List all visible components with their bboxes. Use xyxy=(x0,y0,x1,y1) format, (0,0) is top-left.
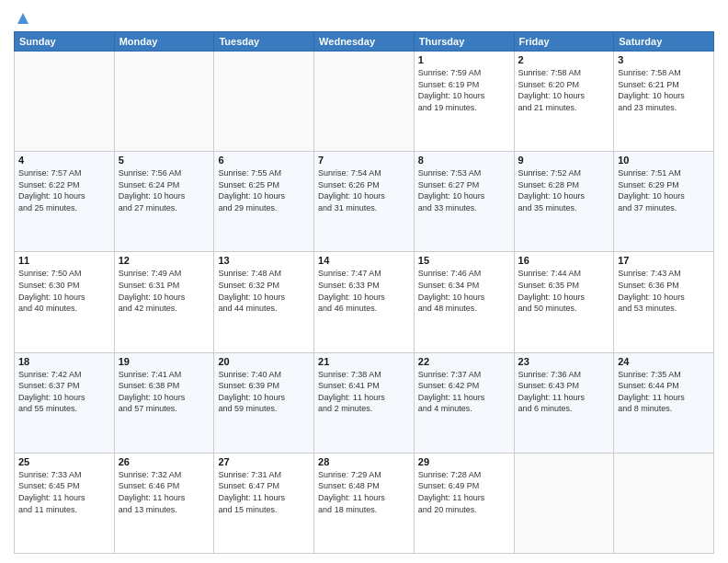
day-content: Sunrise: 7:54 AMSunset: 6:26 PMDaylight:… xyxy=(318,167,410,213)
day-content: Sunrise: 7:28 AMSunset: 6:49 PMDaylight:… xyxy=(418,469,510,515)
table-row: 3Sunrise: 7:58 AMSunset: 6:21 PMDaylight… xyxy=(614,52,714,152)
day-content: Sunrise: 7:48 AMSunset: 6:32 PMDaylight:… xyxy=(218,268,310,314)
col-sunday: Sunday xyxy=(15,32,115,52)
table-row: 29Sunrise: 7:28 AMSunset: 6:49 PMDayligh… xyxy=(414,453,514,553)
table-row: 19Sunrise: 7:41 AMSunset: 6:38 PMDayligh… xyxy=(114,352,214,453)
day-number: 4 xyxy=(18,155,110,166)
col-saturday: Saturday xyxy=(614,32,714,52)
table-row: 18Sunrise: 7:42 AMSunset: 6:37 PMDayligh… xyxy=(15,352,115,453)
day-content: Sunrise: 7:58 AMSunset: 6:20 PMDaylight:… xyxy=(518,67,610,113)
table-row xyxy=(114,52,214,152)
day-number: 19 xyxy=(119,356,210,367)
table-row: 15Sunrise: 7:46 AMSunset: 6:34 PMDayligh… xyxy=(414,252,514,352)
logo-icon xyxy=(16,11,30,26)
day-number: 17 xyxy=(618,255,710,266)
calendar-week-row: 11Sunrise: 7:50 AMSunset: 6:30 PMDayligh… xyxy=(15,252,714,352)
table-row: 11Sunrise: 7:50 AMSunset: 6:30 PMDayligh… xyxy=(15,252,115,352)
day-number: 25 xyxy=(18,456,110,467)
day-number: 29 xyxy=(418,456,510,467)
table-row: 28Sunrise: 7:29 AMSunset: 6:48 PMDayligh… xyxy=(314,453,415,553)
day-content: Sunrise: 7:57 AMSunset: 6:22 PMDaylight:… xyxy=(18,167,110,213)
day-content: Sunrise: 7:56 AMSunset: 6:24 PMDaylight:… xyxy=(119,167,210,213)
table-row xyxy=(314,52,415,152)
calendar-week-row: 25Sunrise: 7:33 AMSunset: 6:45 PMDayligh… xyxy=(15,453,714,553)
table-row: 24Sunrise: 7:35 AMSunset: 6:44 PMDayligh… xyxy=(614,352,714,453)
day-content: Sunrise: 7:31 AMSunset: 6:47 PMDaylight:… xyxy=(218,469,310,515)
day-content: Sunrise: 7:46 AMSunset: 6:34 PMDaylight:… xyxy=(418,268,510,314)
table-row: 1Sunrise: 7:59 AMSunset: 6:19 PMDaylight… xyxy=(414,52,514,152)
table-row xyxy=(614,453,714,553)
day-number: 5 xyxy=(119,155,210,166)
table-row xyxy=(15,52,115,152)
day-number: 11 xyxy=(18,255,110,266)
col-friday: Friday xyxy=(514,32,614,52)
day-number: 12 xyxy=(119,255,210,266)
day-content: Sunrise: 7:47 AMSunset: 6:33 PMDaylight:… xyxy=(318,268,410,314)
day-content: Sunrise: 7:37 AMSunset: 6:42 PMDaylight:… xyxy=(418,369,510,415)
table-row: 10Sunrise: 7:51 AMSunset: 6:29 PMDayligh… xyxy=(614,152,714,252)
day-content: Sunrise: 7:59 AMSunset: 6:19 PMDaylight:… xyxy=(418,67,510,113)
day-content: Sunrise: 7:38 AMSunset: 6:41 PMDaylight:… xyxy=(318,369,410,415)
table-row: 12Sunrise: 7:49 AMSunset: 6:31 PMDayligh… xyxy=(114,252,214,352)
svg-marker-0 xyxy=(17,13,28,24)
day-content: Sunrise: 7:51 AMSunset: 6:29 PMDaylight:… xyxy=(618,167,710,213)
day-number: 15 xyxy=(418,255,510,266)
day-content: Sunrise: 7:52 AMSunset: 6:28 PMDaylight:… xyxy=(518,167,610,213)
day-number: 27 xyxy=(218,456,310,467)
day-content: Sunrise: 7:43 AMSunset: 6:36 PMDaylight:… xyxy=(618,268,710,314)
table-row: 16Sunrise: 7:44 AMSunset: 6:35 PMDayligh… xyxy=(514,252,614,352)
day-number: 21 xyxy=(318,356,410,367)
day-number: 28 xyxy=(318,456,410,467)
day-content: Sunrise: 7:36 AMSunset: 6:43 PMDaylight:… xyxy=(518,369,610,415)
col-monday: Monday xyxy=(114,32,214,52)
day-content: Sunrise: 7:53 AMSunset: 6:27 PMDaylight:… xyxy=(418,167,510,213)
day-number: 24 xyxy=(618,356,710,367)
day-number: 23 xyxy=(518,356,610,367)
day-number: 20 xyxy=(218,356,310,367)
day-content: Sunrise: 7:29 AMSunset: 6:48 PMDaylight:… xyxy=(318,469,410,515)
table-row: 8Sunrise: 7:53 AMSunset: 6:27 PMDaylight… xyxy=(414,152,514,252)
day-number: 10 xyxy=(618,155,710,166)
day-content: Sunrise: 7:49 AMSunset: 6:31 PMDaylight:… xyxy=(119,268,210,314)
table-row: 13Sunrise: 7:48 AMSunset: 6:32 PMDayligh… xyxy=(214,252,314,352)
day-number: 22 xyxy=(418,356,510,367)
day-number: 8 xyxy=(418,155,510,166)
day-number: 18 xyxy=(18,356,110,367)
table-row: 7Sunrise: 7:54 AMSunset: 6:26 PMDaylight… xyxy=(314,152,415,252)
table-row: 23Sunrise: 7:36 AMSunset: 6:43 PMDayligh… xyxy=(514,352,614,453)
table-row: 22Sunrise: 7:37 AMSunset: 6:42 PMDayligh… xyxy=(414,352,514,453)
day-number: 13 xyxy=(218,255,310,266)
table-row: 26Sunrise: 7:32 AMSunset: 6:46 PMDayligh… xyxy=(114,453,214,553)
calendar-header-row: Sunday Monday Tuesday Wednesday Thursday… xyxy=(15,32,714,52)
day-content: Sunrise: 7:41 AMSunset: 6:38 PMDaylight:… xyxy=(119,369,210,415)
day-content: Sunrise: 7:40 AMSunset: 6:39 PMDaylight:… xyxy=(218,369,310,415)
day-number: 14 xyxy=(318,255,410,266)
day-content: Sunrise: 7:35 AMSunset: 6:44 PMDaylight:… xyxy=(618,369,710,415)
col-wednesday: Wednesday xyxy=(314,32,415,52)
calendar-week-row: 18Sunrise: 7:42 AMSunset: 6:37 PMDayligh… xyxy=(15,352,714,453)
day-content: Sunrise: 7:55 AMSunset: 6:25 PMDaylight:… xyxy=(218,167,310,213)
table-row: 27Sunrise: 7:31 AMSunset: 6:47 PMDayligh… xyxy=(214,453,314,553)
header xyxy=(14,9,714,24)
day-content: Sunrise: 7:32 AMSunset: 6:46 PMDaylight:… xyxy=(119,469,210,515)
day-number: 7 xyxy=(318,155,410,166)
day-number: 16 xyxy=(518,255,610,266)
table-row xyxy=(514,453,614,553)
table-row: 4Sunrise: 7:57 AMSunset: 6:22 PMDaylight… xyxy=(15,152,115,252)
table-row: 2Sunrise: 7:58 AMSunset: 6:20 PMDaylight… xyxy=(514,52,614,152)
day-number: 6 xyxy=(218,155,310,166)
col-tuesday: Tuesday xyxy=(214,32,314,52)
table-row: 25Sunrise: 7:33 AMSunset: 6:45 PMDayligh… xyxy=(15,453,115,553)
calendar-week-row: 4Sunrise: 7:57 AMSunset: 6:22 PMDaylight… xyxy=(15,152,714,252)
day-number: 3 xyxy=(618,54,710,65)
table-row: 14Sunrise: 7:47 AMSunset: 6:33 PMDayligh… xyxy=(314,252,415,352)
logo xyxy=(14,13,30,24)
day-number: 1 xyxy=(418,54,510,65)
day-content: Sunrise: 7:58 AMSunset: 6:21 PMDaylight:… xyxy=(618,67,710,113)
day-content: Sunrise: 7:50 AMSunset: 6:30 PMDaylight:… xyxy=(18,268,110,314)
day-content: Sunrise: 7:42 AMSunset: 6:37 PMDaylight:… xyxy=(18,369,110,415)
table-row: 20Sunrise: 7:40 AMSunset: 6:39 PMDayligh… xyxy=(214,352,314,453)
day-number: 26 xyxy=(119,456,210,467)
day-content: Sunrise: 7:44 AMSunset: 6:35 PMDaylight:… xyxy=(518,268,610,314)
table-row: 5Sunrise: 7:56 AMSunset: 6:24 PMDaylight… xyxy=(114,152,214,252)
